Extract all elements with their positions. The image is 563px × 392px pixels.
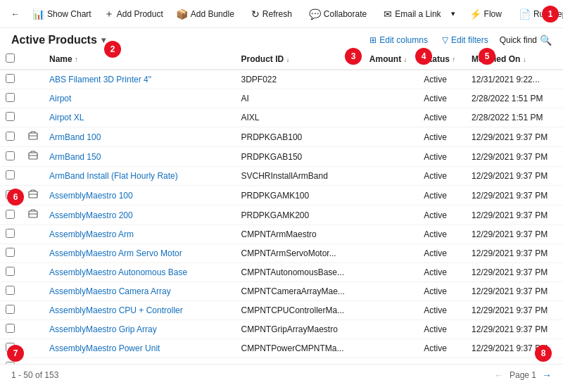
table-row: AssemblyMaestro Trunk Servo Motor CMPNTT…: [0, 358, 563, 365]
row-modified: 2/28/2022 1:51 PM: [466, 89, 563, 108]
row-modified: 12/29/2021 9:37 PM: [466, 206, 563, 225]
row-checkbox-cell: [0, 147, 23, 167]
row-checkbox[interactable]: [6, 74, 15, 83]
row-checkbox[interactable]: [6, 210, 15, 219]
refresh-label: Refresh: [262, 9, 292, 19]
row-status: Active: [418, 263, 466, 282]
row-modified: 12/29/2021 9:37 PM: [466, 282, 563, 301]
add-bundle-label: Add Bundle: [191, 9, 234, 19]
prev-page-button[interactable]: ←: [494, 369, 504, 381]
row-checkbox-cell: [0, 244, 23, 263]
row-modified: 12/29/2021 9:37 PM: [466, 186, 563, 206]
row-name[interactable]: AssemblyMaestro Trunk Servo Motor: [44, 358, 236, 365]
row-checkbox[interactable]: [6, 286, 15, 295]
row-checkbox[interactable]: [6, 324, 15, 333]
row-checkbox[interactable]: [6, 190, 15, 199]
row-icon-cell: [23, 225, 44, 244]
row-name[interactable]: Airpot XL: [44, 108, 236, 127]
row-name[interactable]: AssemblyMaestro Camera Array: [44, 282, 236, 301]
row-name[interactable]: AssemblyMaestro Grip Array: [44, 320, 236, 339]
search-icon[interactable]: 🔍: [540, 34, 552, 46]
row-status: Active: [418, 225, 466, 244]
row-status: Active: [418, 186, 466, 206]
row-name[interactable]: Airpot: [44, 89, 236, 108]
row-modified: 12/29/2021 9:37 PM: [466, 358, 563, 365]
row-name[interactable]: ArmBand 150: [44, 147, 236, 167]
back-button[interactable]: ←: [6, 6, 25, 22]
row-checkbox[interactable]: [6, 112, 15, 121]
row-checkbox[interactable]: [6, 170, 15, 179]
amount-col-header[interactable]: Amount ↓: [364, 49, 418, 70]
edit-filters-button[interactable]: ▽ Edit filters: [439, 34, 491, 46]
show-chart-button[interactable]: 📊 Show Chart: [27, 6, 97, 23]
row-name[interactable]: AssemblyMaestro Autonomous Base: [44, 263, 236, 282]
table-row: ArmBand 100 PRDPKGAB100 Active 12/29/202…: [0, 127, 563, 147]
row-modified: 12/29/2021 9:37 PM: [466, 301, 563, 320]
row-product-id: PRDPKGAB100: [236, 127, 364, 147]
row-name[interactable]: AssemblyMaestro 100: [44, 186, 236, 206]
row-status: Active: [418, 282, 466, 301]
row-icon-cell: [23, 89, 44, 108]
row-checkbox[interactable]: [6, 267, 15, 276]
table-row: ArmBand Install (Flat Hourly Rate) SVCHR…: [0, 167, 563, 186]
add-product-button[interactable]: ＋ Add Product: [99, 5, 169, 23]
row-product-id: CMPNTArmServoMotor...: [236, 244, 364, 263]
row-amount: [364, 320, 418, 339]
row-name[interactable]: AssemblyMaestro Power Unit: [44, 339, 236, 358]
row-checkbox-cell: [0, 339, 23, 358]
row-name[interactable]: AssemblyMaestro Arm: [44, 225, 236, 244]
row-checkbox[interactable]: [6, 132, 15, 141]
row-name[interactable]: ArmBand Install (Flat Hourly Rate): [44, 167, 236, 186]
collaborate-button[interactable]: 💬 Collaborate: [303, 6, 372, 23]
row-checkbox[interactable]: [6, 248, 15, 257]
row-name[interactable]: ArmBand 100: [44, 127, 236, 147]
next-page-button[interactable]: →: [542, 369, 552, 381]
row-modified: 12/29/2021 9:37 PM: [466, 263, 563, 282]
status-col-header[interactable]: Status ↑: [418, 49, 466, 70]
name-col-header[interactable]: Name ↑: [44, 49, 236, 70]
row-checkbox[interactable]: [6, 93, 15, 102]
table-row: AssemblyMaestro Camera Array CMPNTCamera…: [0, 282, 563, 301]
row-status: Active: [418, 70, 466, 89]
select-all-col: [0, 49, 23, 70]
row-name[interactable]: AssemblyMaestro 200: [44, 206, 236, 225]
table-row: AssemblyMaestro 200 PRDPKGAMK200 Active …: [0, 206, 563, 225]
table-row: AssemblyMaestro Arm Servo Motor CMPNTArm…: [0, 244, 563, 263]
refresh-button[interactable]: ↻ Refresh: [246, 6, 298, 23]
row-checkbox[interactable]: [6, 229, 15, 238]
row-checkbox[interactable]: [6, 151, 15, 160]
product-id-col-header[interactable]: Product ID ↓: [236, 49, 364, 70]
email-icon: ✉: [384, 8, 392, 20]
email-link-button[interactable]: ✉ Email a Link: [378, 6, 446, 23]
show-chart-label: Show Chart: [47, 9, 91, 19]
row-name[interactable]: ABS Filament 3D Printer 4": [44, 70, 236, 89]
row-checkbox[interactable]: [6, 362, 15, 364]
view-title-chevron-icon[interactable]: ▾: [101, 35, 106, 45]
select-all-checkbox[interactable]: [6, 53, 15, 63]
row-modified: 12/31/2021 9:22...: [466, 70, 563, 89]
row-amount: [364, 244, 418, 263]
quick-find-label: Quick find: [500, 35, 537, 45]
table-header-row: Name ↑ Product ID ↓ Amount ↓ Status ↑ Mo…: [0, 49, 563, 70]
row-name[interactable]: AssemblyMaestro CPU + Controller: [44, 301, 236, 320]
row-product-id: CMPNTGripArrayMaestro: [236, 320, 364, 339]
run-report-button[interactable]: 📄 Run Report: [513, 6, 563, 23]
row-product-id: CMPNTAutonomousBase...: [236, 263, 364, 282]
row-name[interactable]: AssemblyMaestro Arm Servo Motor: [44, 244, 236, 263]
row-checkbox[interactable]: [6, 343, 15, 352]
table-row: Airpot XL AIXL Active 2/28/2022 1:51 PM: [0, 108, 563, 127]
row-product-id: AIXL: [236, 108, 364, 127]
flow-button[interactable]: ⚡ Flow: [464, 6, 507, 23]
add-bundle-button[interactable]: 📦 Add Bundle: [170, 6, 240, 23]
footer-right: ← Page 1 →: [494, 369, 552, 381]
table-wrap[interactable]: Name ↑ Product ID ↓ Amount ↓ Status ↑ Mo…: [0, 49, 563, 364]
edit-columns-button[interactable]: ⊞ Edit columns: [367, 34, 431, 46]
modified-col-header[interactable]: Modified On ↓: [466, 49, 563, 70]
row-checkbox[interactable]: [6, 305, 15, 314]
amount-sort-icon: ↓: [404, 56, 407, 63]
row-modified: 12/29/2021 9:37 PM: [466, 339, 563, 358]
add-product-label: Add Product: [117, 9, 163, 19]
table-row: AssemblyMaestro Grip Array CMPNTGripArra…: [0, 320, 563, 339]
email-chevron[interactable]: ▾: [448, 6, 458, 21]
row-icon-cell: [23, 301, 44, 320]
